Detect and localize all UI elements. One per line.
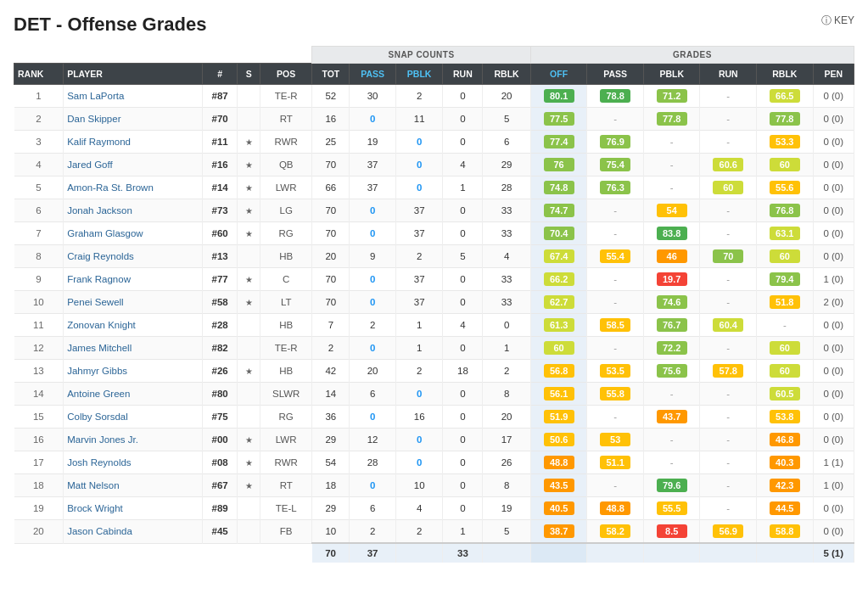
col-tot: TOT <box>312 64 350 85</box>
table-row: 17Josh Reynolds#08★RWR5428002648.851.1--… <box>14 451 854 474</box>
table-footer: 70 37 33 5 (1) <box>14 543 854 563</box>
table-row: 10Penei Sewell#58★LT7003703362.7-74.6-51… <box>14 291 854 314</box>
player-name[interactable]: Dan Skipper <box>64 108 203 131</box>
table-row: 14Antoine Green#80SLWR14600856.155.8--60… <box>14 383 854 406</box>
footer-pass: 37 <box>350 543 395 563</box>
player-name[interactable]: Colby Sorsdal <box>64 406 203 429</box>
table-row: 6Jonah Jackson#73★LG7003703374.7-54-76.8… <box>14 199 854 222</box>
table-row: 15Colby Sorsdal#75RG3601602051.9-43.7-53… <box>14 406 854 429</box>
player-name[interactable]: Kalif Raymond <box>64 131 203 154</box>
player-name[interactable]: Antoine Green <box>64 383 203 406</box>
table-row: 13Jahmyr Gibbs#26★HB4220218256.853.575.6… <box>14 360 854 383</box>
col-run: RUN <box>443 64 483 85</box>
col-g-pen: PEN <box>813 64 854 85</box>
footer-tot: 70 <box>312 543 350 563</box>
key-button[interactable]: ⓘ KEY <box>821 14 854 28</box>
col-g-pblk: PBLK <box>643 64 700 85</box>
player-name[interactable]: Jared Goff <box>64 154 203 176</box>
player-name[interactable]: Penei Sewell <box>64 291 203 314</box>
player-name[interactable]: Amon-Ra St. Brown <box>64 176 203 199</box>
table-row: 4Jared Goff#16★QB703704297675.4-60.6600 … <box>14 154 854 176</box>
footer-pen: 5 (1) <box>813 543 854 563</box>
page-title: DET - Offense Grades <box>14 14 854 36</box>
col-pblk: PBLK <box>395 64 443 85</box>
table-row: 1Sam LaPorta#87TE-R5230202080.178.871.2-… <box>14 85 854 108</box>
table-row: 12James Mitchell#82TE-R2010160-72.2-600 … <box>14 337 854 360</box>
player-name[interactable]: Matt Nelson <box>64 474 203 497</box>
table-row: 8Craig Reynolds#13HB20925467.455.4467060… <box>14 245 854 268</box>
col-num: # <box>202 64 238 85</box>
table-row: 18Matt Nelson#67★RT180100843.5-79.6-42.3… <box>14 474 854 497</box>
table-row: 20Jason Cabinda#45FB10221538.758.28.556.… <box>14 520 854 544</box>
col-pos: POS <box>260 64 312 85</box>
player-name[interactable]: Zonovan Knight <box>64 314 203 337</box>
table-row: 19Brock Wright#89TE-L296401940.548.855.5… <box>14 497 854 520</box>
table-row: 11Zonovan Knight#28HB7214061.358.576.760… <box>14 314 854 337</box>
player-name[interactable]: Graham Glasgow <box>64 222 203 245</box>
col-g-run: RUN <box>700 64 757 85</box>
player-name[interactable]: Frank Ragnow <box>64 268 203 291</box>
col-g-rblk: RBLK <box>757 64 814 85</box>
player-name[interactable]: Brock Wright <box>64 497 203 520</box>
table-row: 3Kalif Raymond#11★RWR251900677.476.9--53… <box>14 131 854 154</box>
table-row: 9Frank Ragnow#77★C7003703366.2-19.7-79.4… <box>14 268 854 291</box>
grades-header: GRADES <box>530 47 854 64</box>
col-g-pass: PASS <box>587 64 644 85</box>
table-row: 2Dan Skipper#70RT160110577.5-77.8-77.80 … <box>14 108 854 131</box>
col-rblk: RBLK <box>483 64 530 85</box>
player-name[interactable]: Marvin Jones Jr. <box>64 429 203 451</box>
player-name[interactable]: Jahmyr Gibbs <box>64 360 203 383</box>
player-name[interactable]: Josh Reynolds <box>64 451 203 474</box>
footer-run: 33 <box>443 543 483 563</box>
player-name[interactable]: Jason Cabinda <box>64 520 203 544</box>
col-rank: RANK <box>14 64 64 85</box>
table-row: 16Marvin Jones Jr.#00★LWR2912001750.653-… <box>14 429 854 451</box>
col-pass: PASS <box>350 64 395 85</box>
player-name[interactable]: Sam LaPorta <box>64 85 203 108</box>
col-off: OFF <box>530 64 587 85</box>
table-row: 7Graham Glasgow#60★RG7003703370.4-83.8-6… <box>14 222 854 245</box>
player-name[interactable]: James Mitchell <box>64 337 203 360</box>
snap-counts-header: SNAP COUNTS <box>312 47 531 64</box>
table-row: 5Amon-Ra St. Brown#14★LWR6637012874.876.… <box>14 176 854 199</box>
col-s: S <box>238 64 260 85</box>
player-name[interactable]: Jonah Jackson <box>64 199 203 222</box>
col-player: PLAYER <box>64 64 203 85</box>
player-name[interactable]: Craig Reynolds <box>64 245 203 268</box>
